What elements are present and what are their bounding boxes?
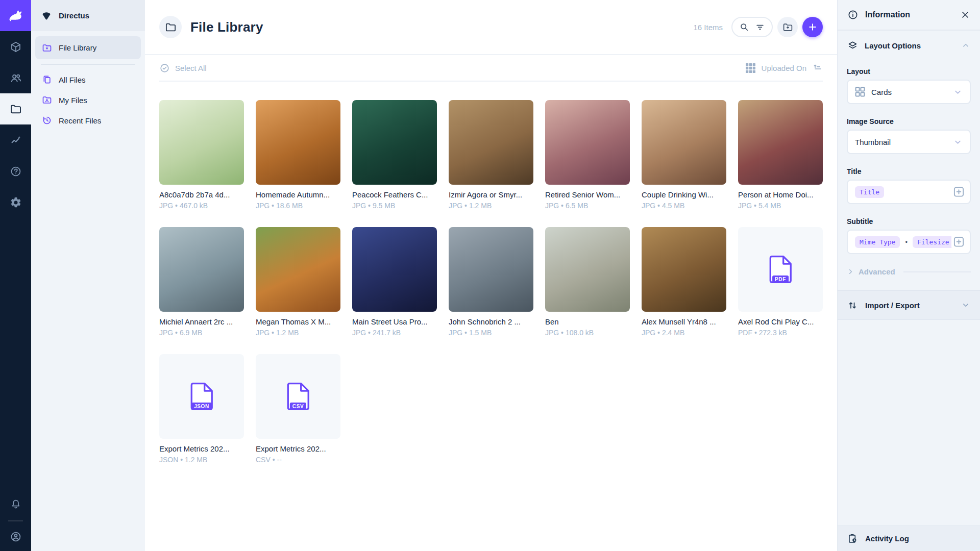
file-thumbnail[interactable]: [738, 100, 823, 185]
file-thumbnail[interactable]: CSV: [256, 354, 340, 439]
folder-user-icon: [42, 95, 52, 105]
grid-toolbar: Select All Uploaded On: [159, 55, 823, 82]
grid-view-icon[interactable]: [746, 63, 755, 73]
project-chooser[interactable]: Directus: [31, 0, 145, 31]
project-logo-icon: [41, 10, 52, 21]
file-title: Peacock Feathers C...: [352, 190, 437, 199]
filesize-chip[interactable]: Filesize: [913, 236, 954, 248]
activity-log-button[interactable]: Activity Log: [838, 525, 980, 551]
sidebar-item-file-library[interactable]: File Library: [35, 36, 141, 59]
settings-icon[interactable]: [0, 187, 31, 218]
advanced-label: Advanced: [859, 267, 895, 276]
file-card[interactable]: Person at Home Doi... JPG • 5.4 MB: [738, 100, 823, 210]
import-export-icon: [847, 300, 858, 311]
layout-label: Layout: [847, 67, 971, 76]
file-card[interactable]: Izmir Agora or Smyr... JPG • 1.2 MB: [449, 100, 533, 210]
sidebar-item-my-files[interactable]: My Files: [35, 90, 141, 110]
file-meta: JPG • 18.6 MB: [256, 202, 340, 210]
notifications-icon[interactable]: [0, 488, 31, 519]
file-library-icon[interactable]: [0, 93, 31, 124]
close-icon[interactable]: [960, 10, 970, 20]
title-chip[interactable]: Title: [855, 186, 884, 198]
mime-type-chip[interactable]: Mime Type: [855, 236, 900, 248]
title-template-input[interactable]: Title: [847, 180, 971, 204]
file-thumbnail[interactable]: [545, 227, 630, 312]
file-meta: JPG • 9.5 MB: [352, 202, 437, 210]
layout-field: Layout Cards: [847, 67, 971, 104]
page-title-icon-circle[interactable]: [159, 16, 182, 38]
file-title: Main Street Usa Pro...: [352, 317, 437, 326]
search-bar[interactable]: [731, 17, 773, 37]
search-icon[interactable]: [739, 22, 749, 32]
sort-field-button[interactable]: Uploaded On: [762, 64, 806, 72]
file-title: John Schnobrich 2 ...: [449, 317, 533, 326]
layout-options-body: Layout Cards Image Source Thumbnail Titl…: [838, 60, 980, 290]
file-thumbnail[interactable]: JSON: [159, 354, 244, 439]
file-card[interactable]: Homemade Autumn... JPG • 18.6 MB: [256, 100, 340, 210]
file-thumbnail[interactable]: PDF: [738, 227, 823, 312]
file-card[interactable]: Retired Senior Wom... JPG • 6.5 MB: [545, 100, 630, 210]
file-card[interactable]: Peacock Feathers C... JPG • 9.5 MB: [352, 100, 437, 210]
file-meta: JPG • 1.5 MB: [449, 329, 533, 337]
new-folder-button[interactable]: [777, 17, 798, 37]
title-field: Title Title: [847, 167, 971, 204]
file-card[interactable]: Couple Drinking Wi... JPG • 4.5 MB: [642, 100, 726, 210]
file-card[interactable]: John Schnobrich 2 ... JPG • 1.5 MB: [449, 227, 533, 337]
filter-icon[interactable]: [755, 22, 765, 32]
file-thumbnail[interactable]: [642, 100, 726, 185]
header-actions: 16 Items: [693, 17, 823, 37]
file-title: Person at Home Doi...: [738, 190, 823, 199]
file-thumbnail[interactable]: [352, 100, 437, 185]
layers-icon: [847, 40, 858, 51]
file-thumbnail[interactable]: [256, 227, 340, 312]
file-thumbnail[interactable]: [352, 227, 437, 312]
file-card[interactable]: Alex Munsell Yr4n8 ... JPG • 2.4 MB: [642, 227, 726, 337]
file-card[interactable]: Main Street Usa Pro... JPG • 241.7 kB: [352, 227, 437, 337]
image-source-label: Image Source: [847, 117, 971, 126]
add-file-button[interactable]: [802, 17, 823, 37]
help-icon[interactable]: [0, 156, 31, 187]
file-card[interactable]: PDF Axel Rod Chi Play C... PDF • 272.3 k…: [738, 227, 823, 337]
folder-icon: [165, 21, 177, 33]
file-thumbnail[interactable]: [545, 100, 630, 185]
file-card[interactable]: A8c0a7db 2b7a 4d... JPG • 467.0 kB: [159, 100, 244, 210]
account-icon[interactable]: [0, 522, 31, 551]
sidebar-item-all-files[interactable]: All Files: [35, 69, 141, 90]
file-card[interactable]: JSON Export Metrics 202... JSON • 1.2 MB: [159, 354, 244, 464]
file-thumbnail[interactable]: [449, 100, 533, 185]
file-thumbnail[interactable]: [449, 227, 533, 312]
activity-log-title: Activity Log: [865, 534, 909, 543]
layout-select[interactable]: Cards: [847, 80, 971, 104]
directus-rabbit-logo: [7, 7, 24, 24]
file-meta: JPG • 1.2 MB: [449, 202, 533, 210]
advanced-toggle[interactable]: Advanced: [847, 267, 971, 276]
user-directory-icon[interactable]: [0, 62, 31, 93]
file-thumbnail[interactable]: [642, 227, 726, 312]
sort-icon[interactable]: [813, 63, 823, 73]
file-card[interactable]: Michiel Annaert 2rc ... JPG • 6.9 MB: [159, 227, 244, 337]
chevron-down-icon: [953, 137, 963, 147]
add-field-icon[interactable]: [951, 236, 965, 248]
add-field-icon[interactable]: [951, 186, 965, 198]
subtitle-template-input[interactable]: Mime Type • Filesize: [847, 230, 971, 254]
import-export-title: Import / Export: [865, 301, 920, 310]
insights-icon[interactable]: [0, 124, 31, 156]
directus-logo[interactable]: [0, 0, 31, 31]
file-card[interactable]: Megan Thomas X M... JPG • 1.2 MB: [256, 227, 340, 337]
info-icon: [847, 9, 859, 20]
sidebar-item-recent-files[interactable]: Recent Files: [35, 110, 141, 131]
file-thumbnail[interactable]: [159, 227, 244, 312]
subtitle-field: Subtitle Mime Type • Filesize: [847, 217, 971, 254]
file-card[interactable]: CSV Export Metrics 202... CSV • --: [256, 354, 340, 464]
file-title: Export Metrics 202...: [159, 444, 244, 453]
image-source-select[interactable]: Thumbnail: [847, 130, 971, 154]
module-bar: [0, 0, 31, 551]
select-all-button[interactable]: Select All: [159, 63, 207, 73]
layout-options-header[interactable]: Layout Options: [838, 31, 980, 60]
file-title: Homemade Autumn...: [256, 190, 340, 199]
file-thumbnail[interactable]: [256, 100, 340, 185]
file-card[interactable]: Ben JPG • 108.0 kB: [545, 227, 630, 337]
collections-icon[interactable]: [0, 31, 31, 62]
file-thumbnail[interactable]: [159, 100, 244, 185]
import-export-header[interactable]: Import / Export: [838, 290, 980, 320]
